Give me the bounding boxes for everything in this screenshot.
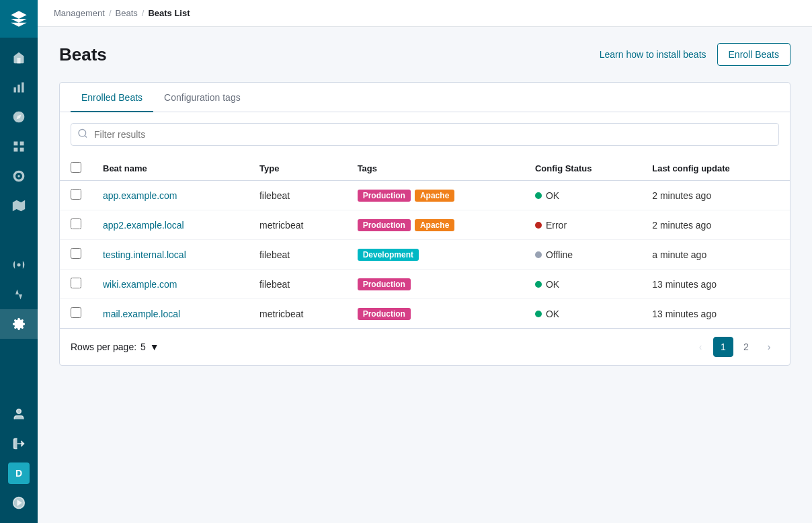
tabs-bar: Enrolled Beats Configuration tags <box>60 83 790 112</box>
svg-rect-7 <box>14 148 18 152</box>
beats-card: Enrolled Beats Configuration tags <box>59 82 790 366</box>
status-text: OK <box>546 190 559 201</box>
sidebar-item-management[interactable] <box>0 309 38 339</box>
col-last-update: Last config update <box>641 157 790 181</box>
page-header: Beats Learn how to install beats Enroll … <box>59 43 790 66</box>
avatar[interactable]: D <box>8 462 30 484</box>
beat-tags: ProductionApache <box>358 219 514 231</box>
beat-name-link[interactable]: testing.internal.local <box>103 249 186 260</box>
sidebar-item-discover[interactable] <box>0 102 38 132</box>
beat-tags: Development <box>358 249 514 261</box>
status-dot <box>535 281 542 288</box>
beats-table: Beat name Type Tags Config Status Last c… <box>60 157 790 328</box>
last-config-update: 13 minutes ago <box>641 270 790 299</box>
table-row: wiki.example.comfilebeatProductionOK13 m… <box>60 270 790 299</box>
table-row: testing.internal.localfilebeatDevelopmen… <box>60 240 790 270</box>
table-header-row: Beat name Type Tags Config Status Last c… <box>60 157 790 181</box>
header-actions: Learn how to install beats Enroll Beats <box>600 43 790 66</box>
row-checkbox-1[interactable] <box>71 218 81 229</box>
col-config-status: Config Status <box>524 157 641 181</box>
main-area: Management / Beats / Beats List Beats Le… <box>38 0 812 523</box>
row-checkbox-2[interactable] <box>71 248 81 259</box>
config-status: OK <box>535 279 631 290</box>
sidebar-item-canvas[interactable] <box>0 161 38 191</box>
tab-configuration-tags[interactable]: Configuration tags <box>153 83 251 112</box>
logo[interactable] <box>0 0 38 38</box>
sidebar-bottom: D <box>0 399 38 523</box>
status-dot <box>535 311 542 317</box>
status-text: Error <box>546 220 567 231</box>
last-config-update: 13 minutes ago <box>641 299 790 329</box>
beat-type: filebeat <box>249 181 347 210</box>
table-row: app2.example.localmetricbeatProductionAp… <box>60 210 790 240</box>
tag-badge: Apache <box>415 190 454 202</box>
learn-link[interactable]: Learn how to install beats <box>600 49 706 60</box>
beat-name-link[interactable]: app.example.com <box>103 190 177 201</box>
status-text: OK <box>546 309 559 319</box>
svg-rect-6 <box>20 142 24 146</box>
status-dot <box>535 251 542 258</box>
row-checkbox-0[interactable] <box>71 189 81 200</box>
tag-badge: Production <box>358 219 411 231</box>
last-config-update: 2 minutes ago <box>641 210 790 240</box>
rows-per-page-value: 5 <box>140 341 146 352</box>
tag-badge: Development <box>358 249 419 261</box>
sidebar-item-ml[interactable] <box>0 220 38 250</box>
last-config-update: a minute ago <box>641 240 790 270</box>
breadcrumb-current: Beats List <box>148 8 190 18</box>
beat-type: metricbeat <box>249 210 347 240</box>
svg-marker-10 <box>13 200 25 212</box>
breadcrumb-beats[interactable]: Beats <box>116 8 138 18</box>
pagination-next[interactable]: › <box>759 337 779 357</box>
pagination-prev[interactable]: ‹ <box>690 337 710 357</box>
table-row: mail.example.localmetricbeatProductionOK… <box>60 299 790 329</box>
config-status: OK <box>535 309 631 319</box>
breadcrumb: Management / Beats / Beats List <box>54 8 190 18</box>
row-checkbox-3[interactable] <box>71 278 81 288</box>
pagination-page-2[interactable]: 2 <box>736 337 756 357</box>
col-type: Type <box>249 157 347 181</box>
sidebar-item-user[interactable] <box>0 399 38 429</box>
sidebar-item-home[interactable] <box>0 43 38 73</box>
filter-input-wrap <box>71 123 779 146</box>
sidebar-item-play[interactable] <box>0 488 38 518</box>
topbar: Management / Beats / Beats List <box>38 0 812 27</box>
svg-point-19 <box>17 264 21 267</box>
sidebar-item-logout[interactable] <box>0 429 38 458</box>
rows-per-page-label: Rows per page: <box>71 341 136 352</box>
breadcrumb-management[interactable]: Management <box>54 8 105 18</box>
sidebar-item-visualize[interactable] <box>0 73 38 102</box>
col-tags: Tags <box>347 157 524 181</box>
sidebar-item-dashboard[interactable] <box>0 132 38 161</box>
rows-per-page[interactable]: Rows per page: 5 ▼ <box>71 341 159 352</box>
svg-rect-0 <box>14 87 16 93</box>
sidebar-nav <box>0 38 38 399</box>
beat-name-link[interactable]: app2.example.local <box>103 220 184 231</box>
beat-tags: Production <box>358 308 514 320</box>
sidebar-item-monitoring[interactable] <box>0 280 38 309</box>
last-config-update: 2 minutes ago <box>641 181 790 210</box>
beat-name-link[interactable]: mail.example.local <box>103 309 180 319</box>
tag-badge: Production <box>358 278 411 290</box>
breadcrumb-sep-2: / <box>142 8 145 18</box>
pagination-page-1[interactable]: 1 <box>713 337 733 357</box>
status-dot <box>535 222 542 229</box>
search-icon <box>77 128 88 141</box>
status-text: OK <box>546 279 559 290</box>
select-all-checkbox[interactable] <box>71 162 81 173</box>
filter-input[interactable] <box>71 123 779 146</box>
breadcrumb-sep-1: / <box>109 8 112 18</box>
filter-bar <box>60 112 790 157</box>
tag-badge: Production <box>358 190 411 202</box>
config-status: Offline <box>535 249 631 260</box>
rows-per-page-chevron-icon: ▼ <box>150 341 159 352</box>
svg-rect-5 <box>14 142 18 146</box>
page-title: Beats <box>59 44 107 65</box>
sidebar-item-maps[interactable] <box>0 191 38 220</box>
enroll-beats-button[interactable]: Enroll Beats <box>717 43 790 66</box>
sidebar-item-devtools[interactable] <box>0 250 38 280</box>
tab-enrolled-beats[interactable]: Enrolled Beats <box>71 83 153 112</box>
beat-name-link[interactable]: wiki.example.com <box>103 279 177 290</box>
beat-type: metricbeat <box>249 299 347 329</box>
row-checkbox-4[interactable] <box>71 307 81 318</box>
